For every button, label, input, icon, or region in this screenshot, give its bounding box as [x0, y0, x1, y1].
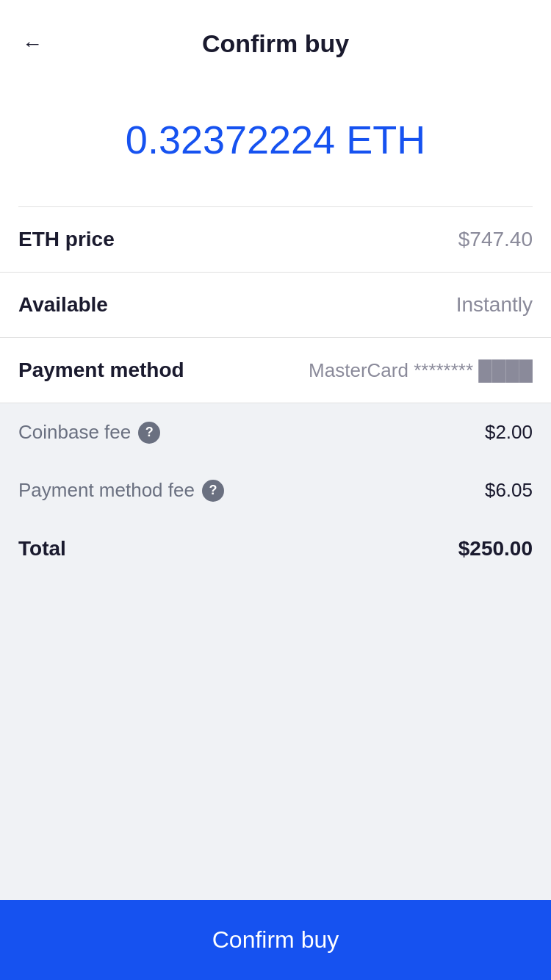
payment-fee-value: $6.05	[485, 479, 533, 502]
spacer	[0, 739, 551, 900]
back-arrow-icon: ←	[22, 32, 43, 56]
payment-fee-help-icon[interactable]: ?	[202, 480, 224, 502]
back-button[interactable]: ←	[22, 32, 43, 56]
crypto-amount: 0.32372224 ETH	[126, 117, 425, 162]
total-label: Total	[18, 537, 66, 561]
fees-section: Coinbase fee ? $2.00 Payment method fee …	[0, 403, 551, 739]
coinbase-fee-help-icon[interactable]: ?	[138, 422, 160, 444]
coinbase-fee-label: Coinbase fee ?	[18, 421, 160, 444]
confirm-buy-button[interactable]: Confirm buy	[0, 900, 551, 980]
payment-method-label: Payment method	[18, 359, 184, 382]
details-section: ETH price $747.40 Available Instantly Pa…	[0, 207, 551, 403]
confirm-button-container: Confirm buy	[0, 900, 551, 980]
coinbase-fee-row: Coinbase fee ? $2.00	[0, 403, 551, 461]
available-label: Available	[18, 293, 108, 317]
payment-method-row[interactable]: Payment method MasterCard ******** ████	[0, 338, 551, 403]
amount-section: 0.32372224 ETH	[0, 80, 551, 206]
available-value: Instantly	[456, 293, 533, 317]
payment-fee-row: Payment method fee ? $6.05	[0, 461, 551, 519]
payment-fee-label: Payment method fee ?	[18, 479, 224, 502]
coinbase-fee-value: $2.00	[485, 421, 533, 444]
eth-price-label: ETH price	[18, 228, 115, 251]
eth-price-row: ETH price $747.40	[0, 207, 551, 273]
page-title: Confirm buy	[202, 29, 349, 58]
total-row: Total $250.00	[0, 519, 551, 578]
payment-method-value: MasterCard ******** ████	[309, 359, 533, 382]
available-row: Available Instantly	[0, 273, 551, 338]
header: ← Confirm buy	[0, 0, 551, 80]
eth-price-value: $747.40	[458, 228, 533, 251]
total-value: $250.00	[458, 537, 533, 561]
